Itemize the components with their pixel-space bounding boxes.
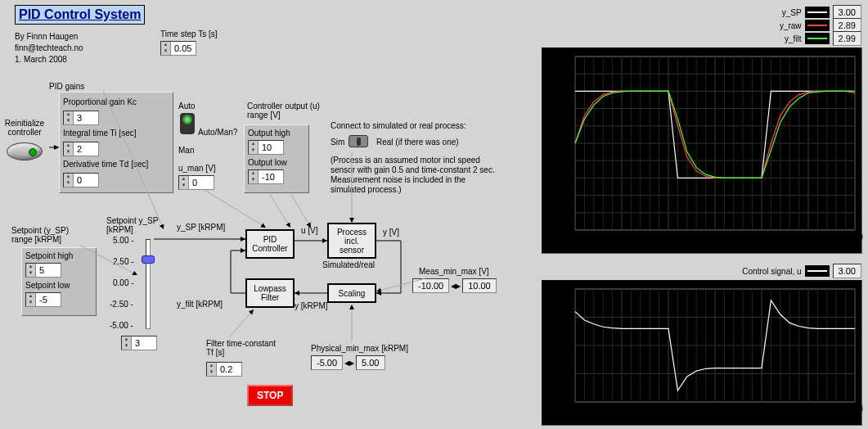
svg-text:25.0: 25.0: [800, 233, 816, 242]
spinner-icon[interactable]: ▲▼: [161, 42, 171, 55]
automan-label: Auto/Man?: [198, 128, 237, 137]
ti-input[interactable]: ▲▼2: [63, 142, 99, 156]
out-high-input[interactable]: ▲▼10: [248, 140, 284, 155]
author-block: By Finnn Haugen finn@techteach.no 1. Mar…: [15, 31, 83, 65]
svg-text:20.0: 20.0: [753, 404, 770, 413]
sp-range-panel: Setpoint high ▲▼5 Setpoint low ▲▼-5: [21, 247, 97, 316]
chart-top-svg: -5-4-3-2-10123450.05.010.015.020.025.030…: [542, 48, 863, 255]
spinner-icon[interactable]: ▲▼: [64, 111, 74, 124]
legend-u: Control signal, u 3.00: [742, 264, 861, 278]
block-simreal: Simulated/real: [322, 260, 375, 269]
meas-panel: -10.00 ◀▶ 10.00: [412, 278, 497, 293]
filter-tc-input[interactable]: ▲▼0.2: [206, 362, 242, 377]
filter-tc-label: Filter time-constant Tf [s]: [206, 339, 276, 357]
legend-swatch-icon: [805, 33, 830, 44]
svg-text:-1: -1: [564, 156, 572, 165]
phys-max: 5.00: [356, 355, 385, 370]
svg-text:2: 2: [567, 104, 572, 113]
svg-text:[V]: [V]: [544, 340, 554, 350]
svg-text:t [s]: t [s]: [708, 243, 722, 253]
sp-high-value: 5: [36, 265, 61, 275]
sp-value-input[interactable]: ▲▼3: [121, 336, 157, 350]
spinner-icon[interactable]: ▲▼: [207, 363, 217, 376]
svg-line-6: [270, 195, 290, 228]
setpoint-slider[interactable]: [146, 239, 151, 329]
meas-label: Meas_min_max [V]: [419, 267, 489, 276]
timestep-input[interactable]: ▲▼ 0.05: [160, 41, 196, 56]
sp-high-label: Setpoint high: [25, 251, 92, 260]
kc-value: 3: [74, 113, 98, 123]
sp-low-input[interactable]: ▲▼-5: [25, 292, 61, 307]
sim-real-toggle[interactable]: [349, 135, 368, 147]
tick-25: 2.50 -: [113, 257, 134, 266]
uman-input[interactable]: ▲▼0: [178, 175, 214, 190]
setpoint-slider-thumb[interactable]: [142, 255, 155, 264]
svg-text:-2: -2: [564, 173, 572, 182]
svg-text:0: 0: [567, 138, 572, 147]
svg-text:5: 5: [567, 52, 572, 61]
svg-text:-5: -5: [564, 369, 572, 378]
chart-bottom: -10-505100.05.010.015.020.025.030.0t [s]…: [542, 280, 862, 426]
sp-low-label: Setpoint low: [25, 281, 92, 290]
td-input[interactable]: ▲▼0: [63, 173, 99, 187]
sim-label: Sim: [331, 138, 344, 147]
spinner-icon[interactable]: ▲▼: [26, 293, 36, 306]
sp-value: 3: [132, 338, 156, 348]
td-label: Derivative time Td [sec]: [63, 160, 169, 169]
out-high-label: Output high: [248, 129, 305, 138]
spinner-icon[interactable]: ▲▼: [26, 264, 36, 277]
phys-min: -5.00: [311, 355, 343, 370]
author-email: finn@techteach.no: [15, 43, 83, 54]
uman-value: 0: [189, 178, 214, 187]
out-low-label: Output low: [248, 158, 305, 167]
chart-bottom-svg: -10-505100.05.010.015.020.025.030.0t [s]…: [542, 281, 863, 427]
reinit-label: Reinitialize controller: [0, 119, 49, 137]
sig-u: u [V]: [301, 226, 318, 235]
sp-high-input[interactable]: ▲▼5: [25, 263, 61, 278]
reinitialize-button[interactable]: [7, 142, 43, 160]
kc-input[interactable]: ▲▼3: [63, 111, 99, 125]
timestep-label: Time step Ts [s]: [160, 29, 217, 38]
svg-text:3: 3: [567, 86, 572, 95]
svg-text:30.0: 30.0: [847, 233, 863, 242]
sig-ykrpm: y [kRPM]: [295, 301, 328, 310]
real-label: Real (if there was one): [376, 138, 459, 147]
svg-text:1: 1: [567, 121, 572, 130]
tick-m25: -2.50 -: [110, 300, 133, 309]
legend-swatch-icon: [805, 7, 830, 18]
spinner-icon[interactable]: ◀▶: [451, 282, 461, 290]
spinner-icon[interactable]: ▲▼: [122, 336, 132, 350]
svg-text:[krpm]: [krpm]: [544, 131, 554, 156]
pid-gains-panel: Proportional gain Kc ▲▼3 Integral time T…: [59, 92, 173, 193]
svg-text:10.0: 10.0: [660, 233, 677, 242]
ti-value: 2: [74, 144, 98, 154]
kc-label: Proportional gain Kc: [63, 97, 169, 106]
automan-toggle[interactable]: [180, 113, 195, 134]
meas-min: -10.00: [412, 278, 449, 293]
page-title: PID Control System: [15, 5, 145, 25]
ctrl-out-panel: Output high ▲▼10 Output low ▲▼-10: [244, 124, 309, 193]
stop-button[interactable]: STOP: [247, 385, 293, 406]
svg-text:20.0: 20.0: [753, 233, 770, 242]
spinner-icon[interactable]: ▲▼: [249, 170, 259, 183]
legend-yfilt: y_filt 2.99: [785, 31, 861, 46]
svg-text:-4: -4: [564, 208, 572, 217]
tick-5: 5.00 -: [113, 236, 134, 245]
sig-ysp: y_SP [kRPM]: [177, 223, 225, 232]
spinner-icon[interactable]: ▲▼: [64, 142, 74, 156]
legend-swatch-icon: [805, 20, 830, 31]
block-process: Process incl. sensor: [327, 223, 376, 259]
ctrl-out-label: Controller output (u) range [V]: [247, 102, 320, 120]
svg-text:10: 10: [563, 284, 573, 293]
block-scaling: Scaling: [327, 283, 376, 303]
out-low-input[interactable]: ▲▼-10: [248, 169, 284, 184]
spinner-icon[interactable]: ◀▶: [344, 359, 354, 367]
pid-gains-label: PID gains: [49, 82, 84, 91]
svg-line-7: [291, 195, 311, 228]
spinner-icon[interactable]: ▲▼: [179, 176, 189, 189]
filter-tc-value: 0.2: [217, 364, 241, 374]
timestep-value: 0.05: [171, 43, 196, 53]
spinner-icon[interactable]: ▲▼: [249, 141, 259, 154]
spinner-icon[interactable]: ▲▼: [64, 174, 74, 187]
legend-yfilt-name: y_filt: [785, 34, 802, 43]
